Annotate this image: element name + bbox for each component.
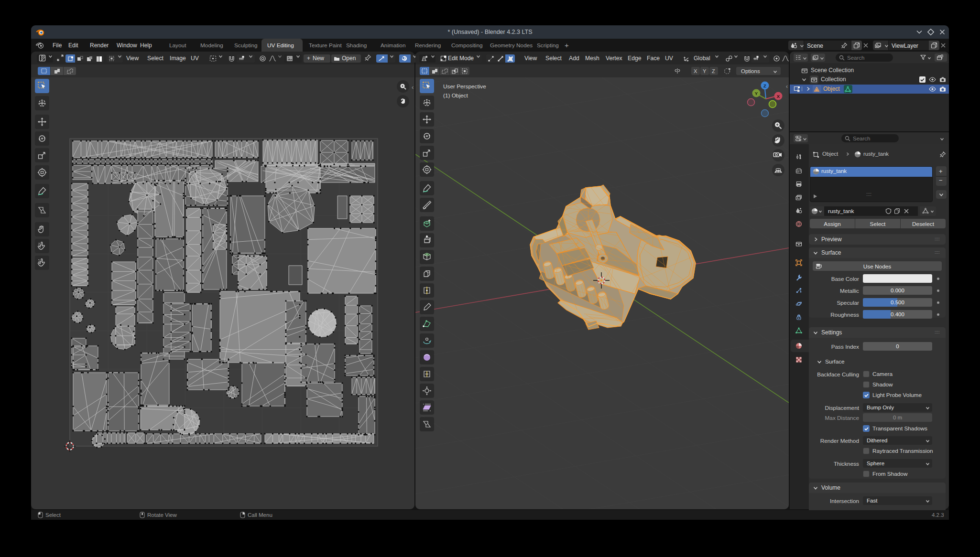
svg-text:Y: Y [755, 91, 758, 96]
svg-text:Z: Z [763, 83, 766, 88]
svg-text:‹: ‹ [786, 83, 788, 90]
svg-text:X: X [777, 94, 780, 99]
